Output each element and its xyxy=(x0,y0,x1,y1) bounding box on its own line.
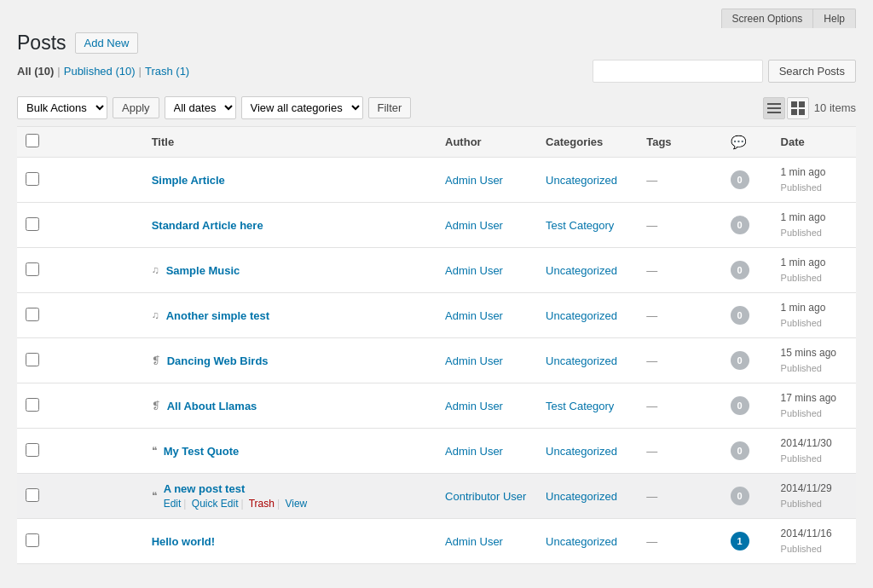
author-link[interactable]: Admin User xyxy=(445,355,503,367)
row-checkbox[interactable] xyxy=(26,443,39,457)
post-title-link[interactable]: My Test Quote xyxy=(164,445,240,458)
author-link[interactable]: Admin User xyxy=(445,445,503,458)
comments-cell: 0 xyxy=(722,248,772,293)
category-link[interactable]: Uncategorized xyxy=(546,264,617,277)
comment-count-badge[interactable]: 1 xyxy=(731,532,749,551)
search-input[interactable] xyxy=(593,60,763,83)
add-new-button[interactable]: Add New xyxy=(75,32,139,54)
page-title: Posts xyxy=(17,32,66,55)
apply-button[interactable]: Apply xyxy=(113,97,159,118)
row-checkbox[interactable] xyxy=(26,262,39,276)
post-title-link[interactable]: Another simple test xyxy=(166,309,269,322)
comments-cell: 1 xyxy=(722,519,772,564)
search-posts-button[interactable]: Search Posts xyxy=(768,60,856,83)
category-link[interactable]: Uncategorized xyxy=(546,355,617,367)
quick-edit-link[interactable]: Quick Edit xyxy=(192,498,239,510)
grid-view-icon[interactable] xyxy=(787,97,809,119)
row-actions: Edit| Quick Edit| Trash| View xyxy=(164,498,308,510)
date-cell: 15 mins ago Published xyxy=(772,338,856,383)
post-title-link[interactable]: All About Llamas xyxy=(167,400,257,412)
filter-button[interactable]: Filter xyxy=(368,97,412,118)
tags-cell: — xyxy=(638,293,721,338)
status-value: Published xyxy=(781,544,822,554)
trash-link[interactable]: Trash xyxy=(249,498,275,510)
row-checkbox[interactable] xyxy=(26,172,39,186)
post-title-link[interactable]: Sample Music xyxy=(166,264,240,277)
author-link[interactable]: Admin User xyxy=(445,264,503,277)
post-title-link[interactable]: Hello world! xyxy=(152,535,215,548)
post-title-link[interactable]: A new post test xyxy=(164,482,246,495)
comment-count-badge[interactable]: 0 xyxy=(731,306,749,325)
category-filter-select[interactable]: View all categories xyxy=(241,96,363,119)
row-checkbox-cell xyxy=(17,383,143,429)
help-button[interactable]: Help xyxy=(813,9,856,28)
author-cell: Admin User xyxy=(436,338,537,383)
author-link[interactable]: Admin User xyxy=(445,535,503,548)
author-cell: Admin User xyxy=(436,158,537,203)
author-link[interactable]: Contributor User xyxy=(445,490,526,503)
row-checkbox[interactable] xyxy=(26,353,39,366)
row-checkbox-cell xyxy=(17,429,143,474)
view-link[interactable]: View xyxy=(285,498,307,510)
category-link[interactable]: Uncategorized xyxy=(546,309,617,322)
table-row: ❡ Dancing Web Birds Edit| Quick Edit| Tr… xyxy=(17,338,856,383)
edit-link[interactable]: Edit xyxy=(164,498,182,510)
comment-count-badge[interactable]: 0 xyxy=(731,261,749,280)
date-cell: 17 mins ago Published xyxy=(772,383,856,429)
table-row: ❝ My Test Quote Edit| Quick Edit| Trash|… xyxy=(17,429,856,474)
date-filter-select[interactable]: All dates xyxy=(165,96,236,119)
category-link[interactable]: Test Category xyxy=(546,400,614,412)
author-cell: Admin User xyxy=(436,203,537,248)
date-value: 1 min ago xyxy=(781,166,826,178)
comment-count-badge[interactable]: 0 xyxy=(731,441,749,460)
filter-trash-link[interactable]: Trash (1) xyxy=(145,65,189,78)
row-checkbox[interactable] xyxy=(26,398,39,412)
comment-count-badge[interactable]: 0 xyxy=(731,216,749,234)
filter-all-link[interactable]: All (10) xyxy=(17,65,54,78)
post-title-link[interactable]: Standard Article here xyxy=(152,219,263,232)
post-title-link[interactable]: Dancing Web Birds xyxy=(167,355,269,367)
comment-count-badge[interactable]: 0 xyxy=(731,170,749,189)
date-value: 2014/11/16 xyxy=(781,527,832,539)
comment-count-badge[interactable]: 0 xyxy=(731,351,749,370)
category-link[interactable]: Test Category xyxy=(546,219,614,232)
title-cell: Simple Article Edit| Quick Edit| Trash| … xyxy=(143,158,436,203)
comment-count-badge[interactable]: 0 xyxy=(731,487,749,505)
post-title-link[interactable]: Simple Article xyxy=(152,174,225,187)
filter-links: All (10) | Published (10) | Trash (1) xyxy=(17,65,189,78)
comment-count-badge[interactable]: 0 xyxy=(731,396,749,415)
th-comments: 💬 xyxy=(722,127,772,158)
row-checkbox-cell xyxy=(17,519,143,564)
author-link[interactable]: Admin User xyxy=(445,309,503,322)
row-checkbox[interactable] xyxy=(26,533,39,547)
category-link[interactable]: Uncategorized xyxy=(546,490,617,503)
row-checkbox[interactable] xyxy=(26,217,39,231)
author-cell: Admin User xyxy=(436,519,537,564)
filter-published-link[interactable]: Published (10) xyxy=(64,65,136,78)
category-link[interactable]: Uncategorized xyxy=(546,535,617,548)
tags-value: — xyxy=(646,174,657,187)
tags-cell: — xyxy=(638,474,721,519)
tags-cell: — xyxy=(638,383,721,429)
row-checkbox[interactable] xyxy=(26,488,39,502)
row-checkbox[interactable] xyxy=(26,308,39,321)
bulk-actions-select[interactable]: Bulk Actions xyxy=(17,96,107,119)
date-cell: 1 min ago Published xyxy=(772,158,856,203)
author-cell: Admin User xyxy=(436,383,537,429)
author-link[interactable]: Admin User xyxy=(445,400,503,412)
comments-cell: 0 xyxy=(722,158,772,203)
screen-options-button[interactable]: Screen Options xyxy=(721,9,814,28)
post-type-icon: ❡ xyxy=(152,355,160,366)
tags-value: — xyxy=(646,490,657,503)
category-link[interactable]: Uncategorized xyxy=(546,174,617,187)
author-link[interactable]: Admin User xyxy=(445,219,503,232)
list-view-icon[interactable] xyxy=(763,97,785,119)
page-header: Posts Add New xyxy=(17,32,856,55)
category-link[interactable]: Uncategorized xyxy=(546,445,617,458)
select-all-checkbox[interactable] xyxy=(26,134,39,147)
status-value: Published xyxy=(781,318,822,328)
author-link[interactable]: Admin User xyxy=(445,174,503,187)
date-value: 1 min ago xyxy=(781,302,826,314)
post-type-icon: ♫ xyxy=(152,264,159,276)
status-value: Published xyxy=(781,273,822,283)
